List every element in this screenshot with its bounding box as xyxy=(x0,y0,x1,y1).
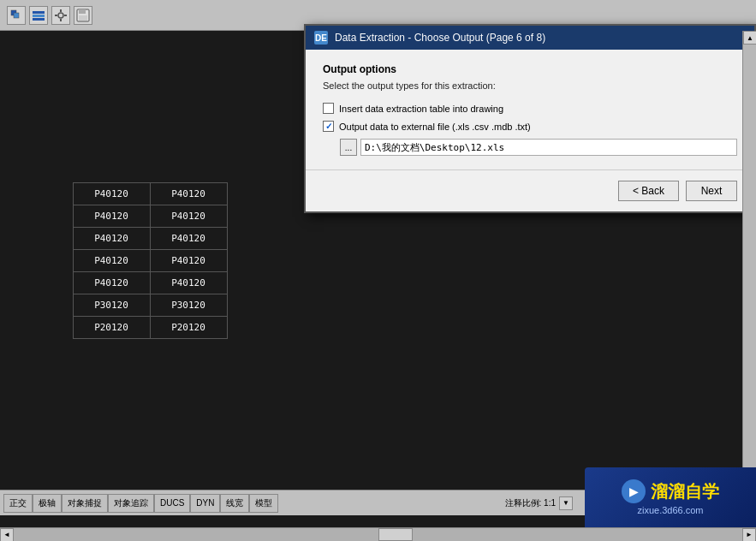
hscroll-right[interactable]: ► xyxy=(742,528,756,542)
table-row: P40120P40120 xyxy=(73,271,227,294)
status-item-DYN[interactable]: DYN xyxy=(190,494,220,513)
table-cell: P40120 xyxy=(150,182,227,205)
table-row: P40120P40120 xyxy=(73,205,227,227)
option1-checkbox[interactable] xyxy=(323,103,334,114)
table-cell: P20120 xyxy=(150,316,227,338)
status-item-模型[interactable]: 模型 xyxy=(249,494,278,513)
table-cell: P20120 xyxy=(73,316,150,338)
svg-rect-9 xyxy=(64,15,67,16)
status-items: 正交极轴对象捕捉对象追踪DUCSDYN线宽模型 xyxy=(3,490,278,515)
watermark-url: zixue.3d66.com xyxy=(637,505,703,515)
option1-label: Insert data extraction table into drawin… xyxy=(339,104,503,114)
table-row: P20120P20120 xyxy=(73,316,227,338)
svg-rect-2 xyxy=(33,11,45,14)
vertical-scrollbar: ▲ ▼ xyxy=(742,31,756,490)
hscroll-thumb[interactable] xyxy=(378,528,413,541)
status-item-正交[interactable]: 正交 xyxy=(3,494,33,513)
table-cell: P40120 xyxy=(150,271,227,294)
toolbar-icon-gear[interactable] xyxy=(51,6,70,25)
dialog-title: Data Extraction - Choose Output (Page 6 … xyxy=(335,32,545,44)
svg-rect-12 xyxy=(79,15,87,21)
svg-rect-11 xyxy=(79,9,86,14)
status-item-线宽[interactable]: 线宽 xyxy=(220,494,249,513)
watermark-brand-text: 溜溜自学 xyxy=(651,480,719,503)
table-row: P40120P40120 xyxy=(73,249,227,271)
svg-rect-3 xyxy=(33,15,45,17)
table-cell: P40120 xyxy=(73,227,150,249)
table-row: P40120P40120 xyxy=(73,182,227,205)
dialog-titlebar: DE Data Extraction - Choose Output (Page… xyxy=(306,26,754,50)
svg-rect-7 xyxy=(60,19,62,21)
section-title: Output options xyxy=(323,63,737,75)
watermark-brand-area: ▶ 溜溜自学 xyxy=(622,479,719,503)
back-button[interactable]: < Back xyxy=(618,181,679,201)
dialog-footer: < Back Next xyxy=(306,169,754,211)
svg-point-5 xyxy=(58,13,63,18)
toolbar-icon-stack2[interactable] xyxy=(29,6,48,25)
toolbar-icon-stack[interactable] xyxy=(7,6,26,25)
svg-rect-6 xyxy=(60,9,62,12)
status-item-极轴[interactable]: 极轴 xyxy=(33,494,62,513)
svg-rect-1 xyxy=(14,13,19,18)
status-item-对象捕捉[interactable]: 对象捕捉 xyxy=(62,494,108,513)
table-cell: P40120 xyxy=(73,182,150,205)
drawing-area: P40120P40120P40120P40120P40120P40120P401… xyxy=(0,31,300,490)
next-button[interactable]: Next xyxy=(686,181,737,201)
status-item-DUCS[interactable]: DUCS xyxy=(154,494,190,513)
filepath-row: ... xyxy=(340,139,737,156)
watermark-play-icon: ▶ xyxy=(622,479,646,503)
svg-rect-8 xyxy=(55,15,57,16)
table-cell: P40120 xyxy=(150,249,227,271)
filepath-input[interactable] xyxy=(360,139,737,156)
vscroll-up[interactable]: ▲ xyxy=(743,31,756,45)
table-cell: P40120 xyxy=(150,205,227,227)
table-cell: P30120 xyxy=(150,294,227,316)
filepath-browse-button[interactable]: ... xyxy=(340,139,357,156)
option2-checkbox[interactable] xyxy=(323,121,334,132)
table-row: P30120P30120 xyxy=(73,294,227,316)
data-extraction-dialog: DE Data Extraction - Choose Output (Page… xyxy=(304,24,756,213)
table-cell: P40120 xyxy=(73,249,150,271)
table-cell: P40120 xyxy=(73,271,150,294)
option1-row: Insert data extraction table into drawin… xyxy=(323,103,737,114)
dialog-content: Output options Select the output types f… xyxy=(306,50,754,169)
section-desc: Select the output types for this extract… xyxy=(323,80,737,91)
scale-dropdown[interactable]: ▼ xyxy=(559,496,573,510)
status-item-对象追踪[interactable]: 对象追踪 xyxy=(108,494,154,513)
hscroll-left[interactable]: ◄ xyxy=(0,528,14,542)
table-cell: P40120 xyxy=(150,227,227,249)
hscroll-track xyxy=(14,528,742,541)
svg-rect-4 xyxy=(33,18,45,21)
data-table: P40120P40120P40120P40120P40120P40120P401… xyxy=(73,182,228,339)
toolbar-icon-save[interactable] xyxy=(74,6,92,25)
table-cell: P40120 xyxy=(73,205,150,227)
table-row: P40120P40120 xyxy=(73,227,227,249)
watermark: ▶ 溜溜自学 zixue.3d66.com xyxy=(585,467,756,527)
option2-row: Output data to external file (.xls .csv … xyxy=(323,121,737,132)
scale-label: 注释比例: 1:1 xyxy=(505,497,556,509)
table-cell: P30120 xyxy=(73,294,150,316)
option2-label: Output data to external file (.xls .csv … xyxy=(339,122,531,132)
dialog-title-icon: DE xyxy=(314,31,328,45)
horizontal-scrollbar: ◄ ► xyxy=(0,527,756,541)
